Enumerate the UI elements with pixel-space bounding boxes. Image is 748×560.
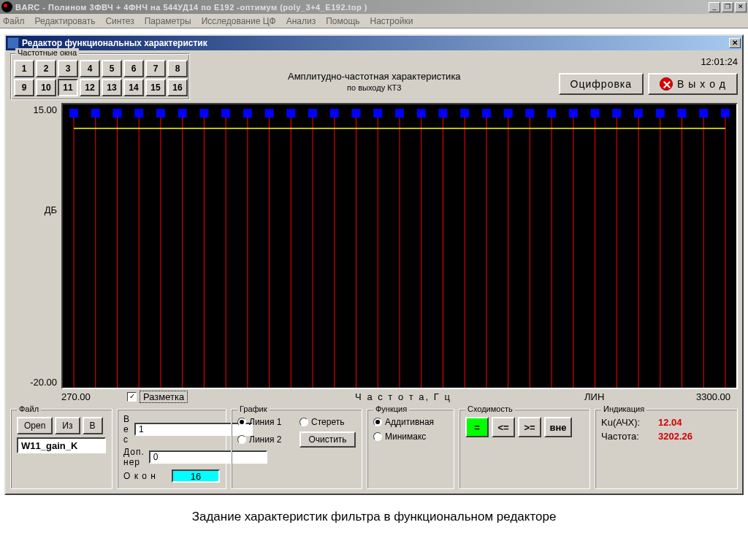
svg-rect-41	[504, 109, 513, 118]
svg-rect-1	[69, 109, 78, 118]
graph-panel: График Линия 1 Стереть Линия 2 Очистить	[231, 409, 362, 489]
editor-close-button[interactable]: ✕	[729, 38, 741, 48]
chart-subtitle: по выходу КТ3	[196, 83, 553, 92]
svg-rect-59	[699, 109, 708, 118]
svg-rect-23	[308, 109, 317, 118]
line1-label: Линия 1	[249, 417, 281, 427]
minimize-button[interactable]: _	[709, 2, 720, 12]
svg-rect-29	[373, 109, 382, 118]
markup-checkbox[interactable]: ✓	[127, 392, 137, 402]
menu-synth[interactable]: Синтез	[105, 16, 134, 26]
erase-label: Стереть	[311, 417, 344, 427]
x-axis: 270.00 ✓ Разметка Ч а с т о т а, Г ц ЛИН…	[10, 391, 738, 403]
additive-label: Аддитивная	[385, 417, 434, 427]
graph-panel-label: График	[237, 404, 270, 413]
line2-label: Линия 2	[249, 434, 281, 445]
app-titlebar: BARC - Полином 3ФВЧ + 4ФНЧ на 544УД14 по…	[0, 0, 748, 14]
freq-window-16[interactable]: 16	[167, 79, 188, 96]
editor-titlebar: Редактор функциональных характеристик ✕	[6, 36, 742, 50]
freq-window-1[interactable]: 1	[14, 60, 34, 77]
to-button[interactable]: В	[83, 417, 103, 434]
freq-window-13[interactable]: 13	[102, 79, 122, 96]
close-icon	[660, 77, 673, 91]
freq-window-6[interactable]: 6	[123, 60, 144, 77]
line2-radio[interactable]	[237, 435, 246, 444]
svg-rect-7	[134, 109, 143, 118]
svg-rect-31	[395, 109, 404, 118]
svg-rect-21	[286, 109, 295, 118]
freq-window-9[interactable]: 9	[14, 79, 34, 96]
exit-label: В ы х о д	[677, 78, 726, 90]
dop-label: Доп. нер	[123, 447, 145, 467]
y-axis: 15.00 ДБ -20.00	[10, 103, 61, 389]
maximize-button[interactable]: ❐	[722, 2, 733, 12]
svg-rect-43	[525, 109, 534, 118]
x-tick-max: 3300.00	[679, 391, 738, 402]
additive-radio[interactable]	[373, 418, 382, 426]
y-tick-min: -20.00	[30, 377, 57, 388]
menu-settings[interactable]: Настройки	[370, 16, 413, 26]
eq-button[interactable]: =	[465, 417, 489, 437]
okon-label: О к о н	[123, 471, 167, 481]
editor-icon	[7, 37, 19, 49]
ge-button[interactable]: >=	[518, 417, 541, 437]
page-caption: Задание характеристик фильтра в функцион…	[0, 510, 748, 524]
menu-file[interactable]: Файл	[3, 16, 25, 26]
window-controls: _ ❐ ✕	[709, 2, 747, 12]
menu-params[interactable]: Параметры	[145, 16, 191, 26]
plot-area[interactable]	[61, 103, 738, 389]
svg-rect-35	[438, 109, 447, 118]
ind-panel-label: Индикация	[601, 404, 646, 413]
svg-rect-57	[677, 109, 686, 118]
freq-window-2[interactable]: 2	[36, 60, 56, 77]
svg-rect-15	[221, 109, 230, 118]
freq-window-15[interactable]: 15	[145, 79, 166, 96]
freq-window-10[interactable]: 10	[36, 79, 56, 96]
close-button[interactable]: ✕	[735, 2, 747, 12]
freq-window-5[interactable]: 5	[102, 60, 122, 77]
ku-value: 12.04	[658, 417, 682, 428]
erase-radio[interactable]	[299, 418, 308, 426]
func-panel: Функция Аддитивная Минимакс	[367, 409, 454, 489]
editor-title-text: Редактор функциональных характеристик	[22, 38, 207, 48]
x-axis-label: Ч а с т о т а, Г ц	[222, 391, 584, 402]
svg-rect-11	[178, 109, 187, 118]
svg-rect-13	[199, 109, 208, 118]
x-scale-label: ЛИН	[584, 391, 679, 402]
markup-label: Разметка	[140, 391, 188, 403]
ku-label: Ku(АЧХ):	[601, 417, 652, 428]
open-button[interactable]: Open	[17, 417, 53, 434]
svg-rect-47	[569, 109, 578, 118]
freq-window-14[interactable]: 14	[123, 79, 144, 96]
freq-window-8[interactable]: 8	[167, 60, 188, 77]
line1-radio[interactable]	[237, 418, 246, 426]
svg-rect-53	[634, 109, 643, 118]
clear-button[interactable]: Очистить	[299, 431, 356, 448]
svg-rect-27	[352, 109, 361, 118]
minimax-radio[interactable]	[373, 432, 382, 441]
svg-rect-55	[656, 109, 665, 118]
digitize-button[interactable]: Оцифровка	[559, 73, 644, 95]
menu-research[interactable]: Исследование ЦФ	[202, 16, 276, 26]
freq-window-4[interactable]: 4	[80, 60, 100, 77]
y-tick-max: 15.00	[33, 104, 57, 115]
menu-help[interactable]: Помощь	[326, 16, 359, 26]
exit-button[interactable]: В ы х о д	[648, 73, 738, 95]
menu-edit[interactable]: Редактировать	[35, 16, 96, 26]
freq-window-7[interactable]: 7	[145, 60, 166, 77]
le-button[interactable]: <=	[492, 417, 515, 437]
freq-window-12[interactable]: 12	[80, 79, 100, 96]
freq-window-11[interactable]: 11	[58, 79, 78, 96]
editor-window: Редактор функциональных характеристик ✕ …	[4, 34, 744, 495]
func-panel-label: Функция	[373, 404, 409, 413]
out-button[interactable]: вне	[544, 417, 572, 437]
freq-windows-label: Частотные окна	[15, 48, 79, 57]
svg-rect-39	[482, 109, 491, 118]
menu-analyze[interactable]: Анализ	[286, 16, 316, 26]
filename-input[interactable]	[17, 437, 106, 453]
from-button[interactable]: Из	[55, 417, 80, 434]
file-panel: Файл Open Из В	[10, 409, 112, 489]
freq-value: 3202.26	[658, 431, 692, 442]
freq-window-3[interactable]: 3	[58, 60, 78, 77]
svg-rect-51	[612, 109, 621, 118]
